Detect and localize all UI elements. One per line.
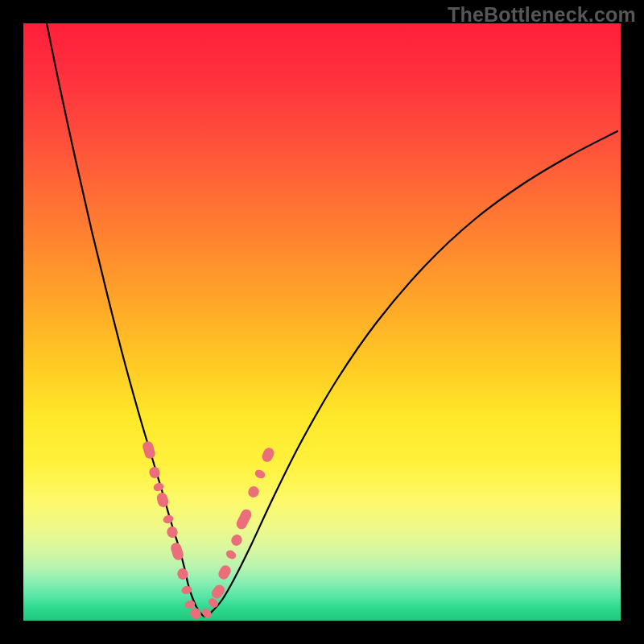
curve-bead: [246, 485, 261, 499]
watermark-text: TheBottleneck.com: [448, 3, 636, 27]
curve-bead: [217, 564, 233, 581]
curve-bead: [162, 514, 174, 524]
curve-bead: [148, 465, 161, 479]
curve-bead: [254, 469, 266, 481]
curve-bead: [260, 446, 275, 464]
plot-area: [23, 23, 621, 621]
bead-group: [142, 440, 276, 621]
curve-bead: [229, 533, 244, 547]
curve-bead: [225, 548, 237, 560]
curve-bead: [152, 481, 164, 492]
chart-frame: TheBottleneck.com: [0, 0, 644, 644]
curve-bead: [166, 525, 180, 539]
bottleneck-curve: [47, 23, 617, 617]
curve-bead: [234, 507, 253, 530]
curve-bead: [142, 440, 157, 460]
bottleneck-curve-svg: [23, 23, 621, 621]
curve-bead: [207, 597, 220, 609]
curve-bead: [155, 492, 169, 509]
